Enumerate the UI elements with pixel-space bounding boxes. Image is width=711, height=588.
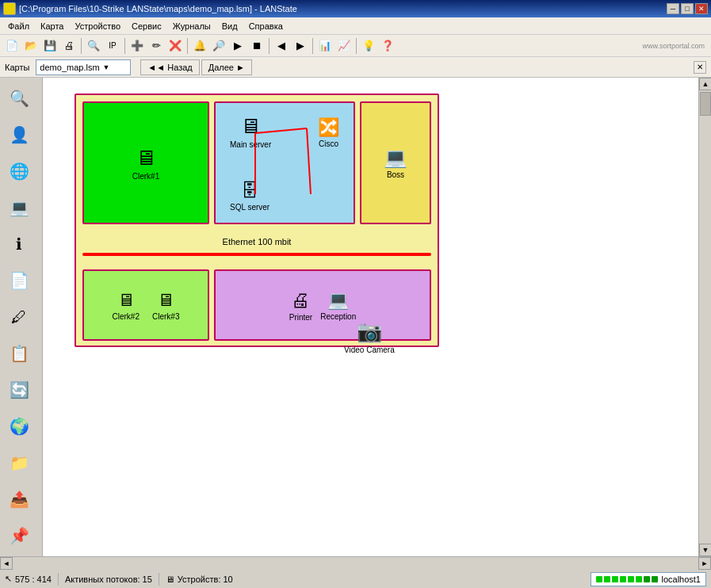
server-connections [216, 103, 354, 223]
back-arrow-icon: ◄ [147, 63, 156, 72]
report-button[interactable]: 📊 [316, 37, 334, 55]
forward-button[interactable]: Далее ► [201, 59, 252, 75]
printer-label: Printer [289, 313, 312, 322]
clerk3-device[interactable]: 🖥 Clerk#3 [152, 290, 179, 321]
canvas-area: 🖥 Clerk#1 🖥 Main server 🔀 [43, 78, 698, 556]
menu-device[interactable]: Устройство [70, 20, 125, 32]
sidebar-btn-clipboard[interactable]: 📋 [2, 336, 36, 371]
sidebar-btn-search[interactable]: 🔍 [2, 81, 36, 116]
toolbar-sep-3 [187, 38, 188, 54]
print-button[interactable]: 🖨 [60, 37, 78, 55]
sidebar: 🔍 👤 🌐 💻 ℹ 📄 🖊 📋 🔄 🌍 📁 📤 📌 [0, 78, 43, 556]
printer-device[interactable]: 🖨 Printer [289, 289, 312, 322]
scroll-thumb-v[interactable] [700, 92, 711, 116]
clerk1-box: 🖥 Clerk#1 [82, 101, 209, 224]
sidebar-btn-network[interactable]: 🌐 [2, 154, 36, 189]
edit-button[interactable]: ✏ [147, 37, 165, 55]
forward-label: Далее ► [208, 63, 245, 72]
sidebar-btn-pin[interactable]: 📌 [2, 518, 36, 553]
boss-device[interactable]: 💻 Boss [384, 147, 407, 179]
sidebar-btn-export[interactable]: 📤 [2, 482, 36, 517]
menu-file[interactable]: Файл [3, 20, 34, 32]
delete-button[interactable]: ❌ [166, 37, 184, 55]
scroll-track-h[interactable] [13, 557, 698, 570]
boss-label: Boss [387, 170, 404, 179]
menu-logs[interactable]: Журналы [168, 20, 216, 32]
sidebar-btn-globe[interactable]: 🌍 [2, 409, 36, 444]
menu-map[interactable]: Карта [36, 20, 68, 32]
boss-box: 💻 Boss [360, 101, 431, 224]
nav-buttons: ◄ ◄ Назад Далее ► [140, 59, 252, 75]
back-nav-button[interactable]: ◀ [273, 37, 290, 55]
dot-1 [596, 576, 602, 582]
scroll-right-button[interactable]: ► [698, 557, 711, 570]
clerk3-label: Clerk#3 [152, 312, 179, 321]
clerks23-box: 🖥 Clerk#2 🖥 Clerk#3 [82, 269, 209, 341]
toolbar-sep-6 [356, 38, 357, 54]
app-icon [3, 2, 16, 15]
devices-label: Устройств: 10 [178, 575, 233, 584]
scroll-up-button[interactable]: ▲ [699, 78, 711, 90]
close-button[interactable]: ✕ [695, 3, 708, 14]
scan2-button[interactable]: 🔎 [210, 37, 227, 55]
sidebar-btn-pc[interactable]: 💻 [2, 190, 36, 225]
devices-status: 🖥 Устройств: 10 [166, 575, 233, 584]
reception-device[interactable]: 💻 Reception [320, 290, 356, 321]
scroll-left-button[interactable]: ◄ [0, 557, 13, 570]
menu-service[interactable]: Сервис [127, 20, 166, 32]
maximize-button[interactable]: □ [681, 3, 694, 14]
sidebar-btn-edit[interactable]: 🖊 [2, 300, 36, 334]
boss-icon: 💻 [384, 147, 407, 169]
title-bar: [C:\Program Files\10-Strike LANState\map… [0, 0, 711, 17]
streams-status: Активных потоков: 15 [65, 575, 152, 584]
sidebar-btn-doc[interactable]: 📄 [2, 263, 36, 298]
ethernet-label: Ethernet 100 mbit [223, 237, 292, 246]
help-button[interactable]: ❓ [379, 37, 396, 55]
vertical-scrollbar: ▲ ▼ [698, 78, 711, 556]
menu-help[interactable]: Справка [244, 20, 288, 32]
forward-nav-button[interactable]: ▶ [292, 37, 309, 55]
clerk2-icon: 🖥 [117, 290, 135, 311]
chart-button[interactable]: 📈 [335, 37, 353, 55]
close-map-button[interactable]: ✕ [694, 61, 706, 74]
back-button[interactable]: ◄ ◄ Назад [140, 59, 199, 75]
video-camera-icon: 📷 [357, 319, 382, 344]
clerk1-label: Clerk#1 [132, 172, 159, 181]
open-button[interactable]: 📂 [22, 37, 40, 55]
scan-button[interactable]: 🔍 [85, 37, 102, 55]
add-button[interactable]: ➕ [128, 37, 146, 55]
back-label: ◄ Назад [156, 63, 192, 72]
video-camera-label: Video Camera [344, 346, 395, 354]
clerk1-device[interactable]: 🖥 Clerk#1 [132, 146, 159, 181]
toolbar: 📄 📂 💾 🖨 🔍 IP ➕ ✏ ❌ 🔔 🔎 ▶ ⏹ ◀ ▶ 📊 📈 💡 ❓ w… [0, 35, 711, 57]
save-button[interactable]: 💾 [41, 37, 59, 55]
alert-button[interactable]: 🔔 [191, 37, 208, 55]
server-box: 🖥 Main server 🔀 Cisco 🗄 SQL server [214, 101, 355, 224]
map-selector[interactable]: demo_map.lsm ▼ [36, 59, 131, 75]
scroll-down-button[interactable]: ▼ [699, 544, 711, 556]
stop-button[interactable]: ⏹ [248, 37, 266, 55]
svg-line-12 [255, 128, 307, 133]
outer-network-box: 🖥 Clerk#1 🖥 Main server 🔀 [75, 94, 439, 347]
horizontal-scrollbar: ◄ ► [0, 556, 711, 569]
new-button[interactable]: 📄 [3, 37, 21, 55]
clerk2-label: Clerk#2 [113, 312, 140, 321]
video-camera-device[interactable]: 📷 Video Camera [344, 319, 395, 354]
sidebar-btn-refresh[interactable]: 🔄 [2, 372, 36, 407]
minimize-button[interactable]: ─ [667, 3, 679, 14]
sidebar-btn-info[interactable]: ℹ [2, 227, 36, 262]
toolbar-sep-1 [81, 38, 82, 54]
sidebar-btn-user[interactable]: 👤 [2, 117, 36, 152]
clerk1-icon: 🖥 [136, 146, 156, 170]
sidebar-btn-folder[interactable]: 📁 [2, 445, 36, 480]
info-button[interactable]: 💡 [360, 37, 377, 55]
ethernet-area: Ethernet 100 mbit [82, 234, 431, 265]
clerk2-device[interactable]: 🖥 Clerk#2 [113, 290, 140, 321]
play-button[interactable]: ▶ [229, 37, 247, 55]
scroll-track-v[interactable] [699, 90, 711, 544]
dot-2 [604, 576, 610, 582]
watermark: www.sortportal.com [642, 42, 705, 50]
menu-view[interactable]: Вид [217, 20, 243, 32]
dot-3 [612, 576, 618, 582]
ip-button[interactable]: IP [104, 37, 121, 55]
